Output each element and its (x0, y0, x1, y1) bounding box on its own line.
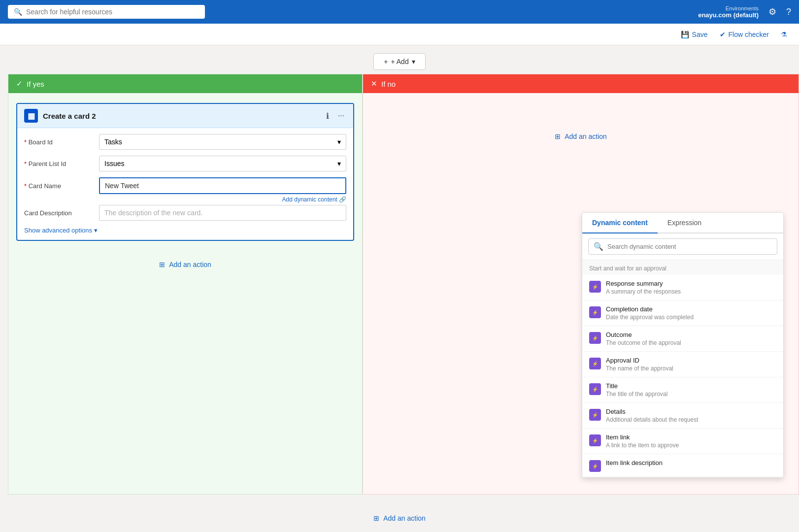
card-desc-row: Card Description The description of the … (24, 205, 346, 221)
dynamic-search-row: 🔍 (582, 233, 783, 260)
parent-list-select[interactable]: Issues ▾ (99, 156, 346, 171)
save-button[interactable]: 💾 Save (681, 31, 708, 38)
add-action-icon-ifno: ⊞ (555, 133, 561, 140)
flow-checker-icon: ✔ (720, 31, 726, 38)
dynamic-item-desc: A summary of the responses (606, 288, 681, 295)
dynamic-item-icon: ⚡ (589, 332, 601, 344)
dynamic-item[interactable]: ⚡ Completion date Date the approval was … (582, 300, 783, 326)
card-name-row: Card Name (24, 177, 346, 194)
topbar-right: Environments enayu.com (default) ⚙ ? (698, 5, 791, 19)
checkmark-icon: ✓ (16, 79, 23, 88)
card-name-input[interactable] (99, 177, 346, 194)
if-no-panel: ✕ If no ⊞ Add an action Dynamic content … (363, 74, 799, 495)
if-no-label: If no (381, 80, 396, 88)
dynamic-item[interactable]: ⚡ Response summary A summary of the resp… (582, 275, 783, 300)
env-name: enayu.com (default) (698, 11, 759, 19)
card-title: Create a card 2 (43, 112, 319, 120)
dynamic-item-name: Approval ID (606, 357, 673, 364)
dynamic-item-text: Item link A link to the item to approve (606, 433, 679, 449)
add-dynamic-content-link[interactable]: Add dynamic content 🔗 (24, 196, 346, 203)
flow-checker-button[interactable]: ✔ Flow checker (720, 31, 769, 38)
add-action-row-inner: ⊞ Add an action (8, 251, 362, 278)
dynamic-item-desc: Date the approval was completed (606, 314, 694, 321)
dynamic-search-input[interactable] (607, 243, 772, 250)
dropdown-icon: ▾ (412, 58, 415, 66)
dynamic-item-text: Title The title of the approval (606, 382, 667, 398)
dynamic-item-icon: ⚡ (589, 409, 601, 421)
dynamic-item-icon: ⚡ (589, 383, 601, 395)
if-yes-panel: ✓ If yes ▦ Create a card 2 ℹ ··· Board I… (8, 74, 363, 495)
dynamic-items-container: ⚡ Response summary A summary of the resp… (582, 275, 783, 477)
create-card-container: ▦ Create a card 2 ℹ ··· Board Id Tasks ▾ (16, 103, 354, 241)
card-header: ▦ Create a card 2 ℹ ··· (17, 104, 353, 128)
dynamic-item-desc: The name of the approval (606, 365, 673, 372)
dynamic-search-box[interactable]: 🔍 (588, 238, 777, 255)
dynamic-panel-tabs: Dynamic content Expression (582, 213, 783, 233)
settings-icon[interactable]: ⚙ (768, 6, 776, 17)
chevron-down-icon: ▾ (337, 138, 341, 146)
dynamic-item-text: Response summary A summary of the respon… (606, 280, 681, 295)
dynamic-content-panel: Dynamic content Expression 🔍 Start and w… (582, 212, 784, 478)
dynamic-item[interactable]: ⚡ Item link description (582, 454, 783, 477)
toolbar: 💾 Save ✔ Flow checker ⚗ (0, 24, 799, 45)
plus-icon: + (384, 58, 388, 66)
card-desc-placeholder-text: The description of the new card. (104, 209, 202, 217)
more-options-button[interactable]: ··· (336, 109, 346, 122)
dynamic-item-icon: ⚡ (589, 434, 601, 446)
dynamic-item-name: Title (606, 382, 667, 390)
search-icon-dynamic: 🔍 (594, 242, 603, 251)
trello-icon: ▦ (24, 109, 38, 123)
board-id-value: Tasks (104, 138, 122, 146)
card-desc-input[interactable]: The description of the new card. (99, 205, 346, 221)
dynamic-item[interactable]: ⚡ Title The title of the approval (582, 377, 783, 403)
if-yes-label: If yes (27, 80, 44, 88)
chevron-down-icon-2: ▾ (337, 160, 341, 167)
dynamic-item[interactable]: ⚡ Outcome The outcome of the approval (582, 326, 783, 352)
search-box[interactable]: 🔍 (8, 5, 205, 19)
dynamic-panel-scroll[interactable]: Start and wait for an approval ⚡ Respons… (582, 260, 783, 477)
topbar: 🔍 Environments enayu.com (default) ⚙ ? (0, 0, 799, 24)
if-no-header: ✕ If no (363, 74, 799, 93)
add-action-icon-bottom: ⊞ (373, 514, 379, 522)
parent-list-value: Issues (104, 160, 124, 167)
dynamic-item-name: Response summary (606, 280, 681, 287)
board-id-select[interactable]: Tasks ▾ (99, 134, 346, 150)
board-id-label: Board Id (24, 138, 93, 146)
card-name-label: Card Name (24, 182, 93, 190)
add-button[interactable]: + + Add ▾ (373, 53, 425, 70)
info-button[interactable]: ℹ (324, 109, 331, 123)
env-label: Environments (698, 5, 759, 11)
help-icon[interactable]: ? (786, 7, 791, 17)
dynamic-item-text: Details Additional details about the req… (606, 408, 698, 423)
canvas: + + Add ▾ ✓ If yes ▦ Create a card 2 ℹ ·… (0, 45, 799, 532)
add-action-icon: ⊞ (159, 261, 165, 268)
dynamic-item-text: Outcome The outcome of the approval (606, 331, 681, 346)
test-icon: ⚗ (781, 31, 787, 38)
tab-dynamic-content[interactable]: Dynamic content (582, 213, 658, 233)
dynamic-item[interactable]: ⚡ Approval ID The name of the approval (582, 352, 783, 377)
add-action-button-bottom[interactable]: ⊞ Add an action (373, 514, 426, 522)
dynamic-item-name: Details (606, 408, 698, 415)
dynamic-item-icon: ⚡ (589, 358, 601, 369)
dynamic-item-icon: ⚡ (589, 460, 601, 472)
x-icon: ✕ (371, 79, 377, 88)
dynamic-item-name: Completion date (606, 305, 694, 313)
dynamic-item[interactable]: ⚡ Details Additional details about the r… (582, 403, 783, 429)
tab-expression[interactable]: Expression (658, 213, 711, 233)
add-action-button-ifno[interactable]: ⊞ Add an action (555, 133, 607, 140)
parent-list-row: Parent List Id Issues ▾ (24, 156, 346, 171)
dynamic-item-name: Item link description (606, 459, 663, 466)
add-action-button-inner[interactable]: ⊞ Add an action (159, 261, 211, 268)
dynamic-item-text: Item link description (606, 459, 663, 466)
dynamic-item-desc: A link to the item to approve (606, 442, 679, 449)
test-button[interactable]: ⚗ (781, 31, 787, 38)
dynamic-item-text: Approval ID The name of the approval (606, 357, 673, 372)
if-yes-header: ✓ If yes (8, 74, 362, 93)
show-advanced-options[interactable]: Show advanced options ▾ (24, 227, 346, 234)
board-id-row: Board Id Tasks ▾ (24, 134, 346, 150)
card-desc-label: Card Description (24, 209, 93, 217)
dynamic-item-text: Completion date Date the approval was co… (606, 305, 694, 321)
dynamic-item[interactable]: ⚡ Item link A link to the item to approv… (582, 429, 783, 454)
dynamic-item-icon: ⚡ (589, 281, 601, 293)
search-input[interactable] (26, 8, 199, 16)
